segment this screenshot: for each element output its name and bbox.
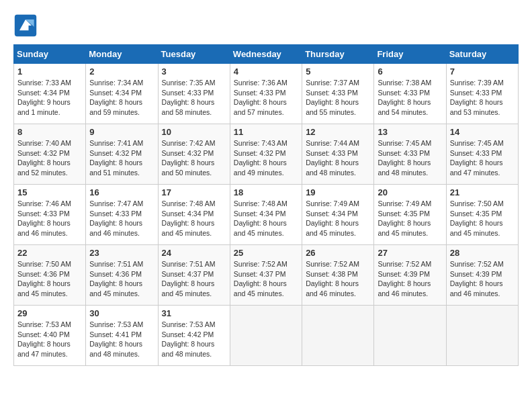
day-info: Sunrise: 7:42 AM Sunset: 4:32 PM Dayligh… bbox=[162, 138, 226, 178]
day-cell-16: 16Sunrise: 7:47 AM Sunset: 4:33 PM Dayli… bbox=[86, 185, 158, 245]
day-cell-15: 15Sunrise: 7:46 AM Sunset: 4:33 PM Dayli… bbox=[14, 185, 86, 245]
day-number: 5 bbox=[306, 66, 370, 77]
day-number: 23 bbox=[89, 248, 154, 258]
col-header-sunday: Sunday bbox=[14, 45, 86, 64]
day-number: 3 bbox=[162, 66, 226, 77]
week-row-1: 1Sunrise: 7:33 AM Sunset: 4:34 PM Daylig… bbox=[14, 64, 519, 124]
day-cell-27: 27Sunrise: 7:52 AM Sunset: 4:39 PM Dayli… bbox=[374, 245, 446, 306]
day-number: 30 bbox=[89, 308, 154, 318]
day-number: 15 bbox=[17, 187, 82, 197]
day-info: Sunrise: 7:50 AM Sunset: 4:36 PM Dayligh… bbox=[17, 259, 82, 299]
day-cell-18: 18Sunrise: 7:48 AM Sunset: 4:34 PM Dayli… bbox=[230, 185, 302, 245]
day-number: 28 bbox=[450, 248, 515, 258]
day-number: 6 bbox=[378, 66, 442, 77]
day-info: Sunrise: 7:49 AM Sunset: 4:35 PM Dayligh… bbox=[378, 199, 442, 238]
day-cell-4: 4Sunrise: 7:36 AM Sunset: 4:33 PM Daylig… bbox=[230, 64, 302, 124]
col-header-saturday: Saturday bbox=[446, 45, 518, 64]
day-info: Sunrise: 7:53 AM Sunset: 4:41 PM Dayligh… bbox=[89, 320, 154, 359]
logo-icon bbox=[13, 13, 38, 38]
day-info: Sunrise: 7:51 AM Sunset: 4:36 PM Dayligh… bbox=[89, 259, 154, 299]
day-info: Sunrise: 7:46 AM Sunset: 4:33 PM Dayligh… bbox=[17, 199, 82, 238]
day-info: Sunrise: 7:49 AM Sunset: 4:34 PM Dayligh… bbox=[306, 199, 370, 238]
day-cell-13: 13Sunrise: 7:45 AM Sunset: 4:33 PM Dayli… bbox=[374, 124, 446, 185]
day-cell-6: 6Sunrise: 7:38 AM Sunset: 4:33 PM Daylig… bbox=[374, 64, 446, 124]
col-header-tuesday: Tuesday bbox=[158, 45, 230, 64]
day-cell-31: 31Sunrise: 7:53 AM Sunset: 4:42 PM Dayli… bbox=[158, 306, 230, 366]
day-number: 21 bbox=[450, 187, 515, 197]
day-cell-17: 17Sunrise: 7:48 AM Sunset: 4:34 PM Dayli… bbox=[158, 185, 230, 245]
day-number: 11 bbox=[234, 127, 298, 137]
day-number: 16 bbox=[89, 187, 154, 197]
day-number: 9 bbox=[89, 127, 154, 137]
day-info: Sunrise: 7:51 AM Sunset: 4:37 PM Dayligh… bbox=[162, 259, 226, 299]
col-header-friday: Friday bbox=[374, 45, 446, 64]
empty-cell bbox=[302, 306, 374, 366]
empty-cell bbox=[446, 306, 518, 366]
day-info: Sunrise: 7:34 AM Sunset: 4:34 PM Dayligh… bbox=[89, 78, 154, 118]
day-number: 19 bbox=[306, 187, 370, 197]
day-cell-29: 29Sunrise: 7:53 AM Sunset: 4:40 PM Dayli… bbox=[14, 306, 86, 366]
day-cell-22: 22Sunrise: 7:50 AM Sunset: 4:36 PM Dayli… bbox=[14, 245, 86, 306]
header bbox=[13, 13, 519, 38]
day-cell-21: 21Sunrise: 7:50 AM Sunset: 4:35 PM Dayli… bbox=[446, 185, 518, 245]
day-info: Sunrise: 7:43 AM Sunset: 4:32 PM Dayligh… bbox=[234, 138, 298, 178]
day-number: 10 bbox=[162, 127, 226, 137]
day-info: Sunrise: 7:45 AM Sunset: 4:33 PM Dayligh… bbox=[378, 138, 442, 178]
day-info: Sunrise: 7:45 AM Sunset: 4:33 PM Dayligh… bbox=[450, 138, 515, 178]
day-info: Sunrise: 7:40 AM Sunset: 4:32 PM Dayligh… bbox=[17, 138, 82, 178]
day-number: 26 bbox=[306, 248, 370, 258]
day-cell-12: 12Sunrise: 7:44 AM Sunset: 4:33 PM Dayli… bbox=[302, 124, 374, 185]
day-info: Sunrise: 7:52 AM Sunset: 4:37 PM Dayligh… bbox=[234, 259, 298, 299]
day-info: Sunrise: 7:47 AM Sunset: 4:33 PM Dayligh… bbox=[89, 199, 154, 238]
day-cell-3: 3Sunrise: 7:35 AM Sunset: 4:33 PM Daylig… bbox=[158, 64, 230, 124]
day-info: Sunrise: 7:50 AM Sunset: 4:35 PM Dayligh… bbox=[450, 199, 515, 238]
day-cell-10: 10Sunrise: 7:42 AM Sunset: 4:32 PM Dayli… bbox=[158, 124, 230, 185]
day-cell-19: 19Sunrise: 7:49 AM Sunset: 4:34 PM Dayli… bbox=[302, 185, 374, 245]
day-number: 17 bbox=[162, 187, 226, 197]
day-number: 1 bbox=[17, 66, 82, 77]
week-row-3: 15Sunrise: 7:46 AM Sunset: 4:33 PM Dayli… bbox=[14, 185, 519, 245]
day-number: 12 bbox=[306, 127, 370, 137]
day-cell-26: 26Sunrise: 7:52 AM Sunset: 4:38 PM Dayli… bbox=[302, 245, 374, 306]
day-info: Sunrise: 7:41 AM Sunset: 4:32 PM Dayligh… bbox=[89, 138, 154, 178]
day-cell-28: 28Sunrise: 7:52 AM Sunset: 4:39 PM Dayli… bbox=[446, 245, 518, 306]
day-info: Sunrise: 7:48 AM Sunset: 4:34 PM Dayligh… bbox=[234, 199, 298, 238]
day-info: Sunrise: 7:52 AM Sunset: 4:38 PM Dayligh… bbox=[306, 259, 370, 299]
col-header-thursday: Thursday bbox=[302, 45, 374, 64]
day-number: 27 bbox=[378, 248, 442, 258]
day-number: 4 bbox=[234, 66, 298, 77]
day-cell-20: 20Sunrise: 7:49 AM Sunset: 4:35 PM Dayli… bbox=[374, 185, 446, 245]
day-cell-8: 8Sunrise: 7:40 AM Sunset: 4:32 PM Daylig… bbox=[14, 124, 86, 185]
day-cell-11: 11Sunrise: 7:43 AM Sunset: 4:32 PM Dayli… bbox=[230, 124, 302, 185]
logo bbox=[13, 13, 40, 38]
day-cell-5: 5Sunrise: 7:37 AM Sunset: 4:33 PM Daylig… bbox=[302, 64, 374, 124]
day-number: 29 bbox=[17, 308, 82, 318]
col-header-monday: Monday bbox=[86, 45, 158, 64]
day-number: 8 bbox=[17, 127, 82, 137]
empty-cell bbox=[230, 306, 302, 366]
day-info: Sunrise: 7:44 AM Sunset: 4:33 PM Dayligh… bbox=[306, 138, 370, 178]
day-info: Sunrise: 7:39 AM Sunset: 4:33 PM Dayligh… bbox=[450, 78, 515, 118]
day-number: 24 bbox=[162, 248, 226, 258]
day-info: Sunrise: 7:36 AM Sunset: 4:33 PM Dayligh… bbox=[234, 78, 298, 118]
day-info: Sunrise: 7:37 AM Sunset: 4:33 PM Dayligh… bbox=[306, 78, 370, 118]
day-cell-25: 25Sunrise: 7:52 AM Sunset: 4:37 PM Dayli… bbox=[230, 245, 302, 306]
day-cell-30: 30Sunrise: 7:53 AM Sunset: 4:41 PM Dayli… bbox=[86, 306, 158, 366]
day-cell-23: 23Sunrise: 7:51 AM Sunset: 4:36 PM Dayli… bbox=[86, 245, 158, 306]
day-number: 2 bbox=[89, 66, 154, 77]
day-number: 25 bbox=[234, 248, 298, 258]
day-cell-1: 1Sunrise: 7:33 AM Sunset: 4:34 PM Daylig… bbox=[14, 64, 86, 124]
day-number: 7 bbox=[450, 66, 515, 77]
day-info: Sunrise: 7:33 AM Sunset: 4:34 PM Dayligh… bbox=[17, 78, 82, 118]
day-cell-7: 7Sunrise: 7:39 AM Sunset: 4:33 PM Daylig… bbox=[446, 64, 518, 124]
day-info: Sunrise: 7:52 AM Sunset: 4:39 PM Dayligh… bbox=[450, 259, 515, 299]
day-cell-9: 9Sunrise: 7:41 AM Sunset: 4:32 PM Daylig… bbox=[86, 124, 158, 185]
day-number: 31 bbox=[162, 308, 226, 318]
day-number: 18 bbox=[234, 187, 298, 197]
day-info: Sunrise: 7:53 AM Sunset: 4:42 PM Dayligh… bbox=[162, 320, 226, 359]
day-number: 13 bbox=[378, 127, 442, 137]
day-number: 22 bbox=[17, 248, 82, 258]
day-cell-2: 2Sunrise: 7:34 AM Sunset: 4:34 PM Daylig… bbox=[86, 64, 158, 124]
day-number: 14 bbox=[450, 127, 515, 137]
day-number: 20 bbox=[378, 187, 442, 197]
